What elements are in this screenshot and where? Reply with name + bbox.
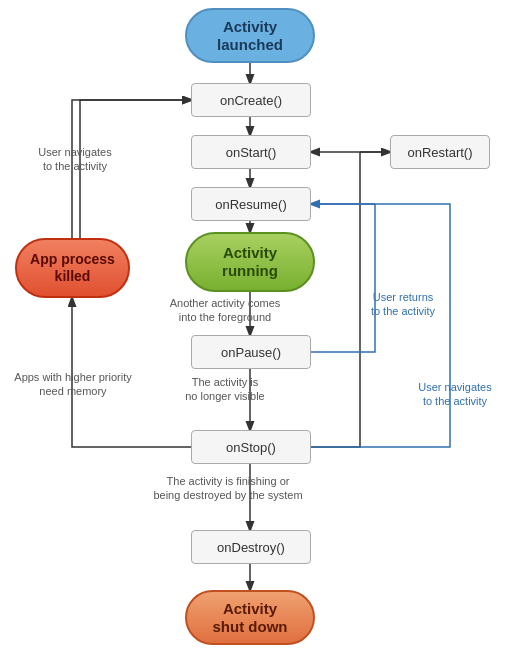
on-create-node: onCreate() <box>191 83 311 117</box>
label-user-navigates-bottom: User navigatesto the activity <box>400 380 510 409</box>
on-stop-label: onStop() <box>226 440 276 455</box>
label-apps-priority: Apps with higher priorityneed memory <box>8 370 138 399</box>
activity-shutdown-node: Activityshut down <box>185 590 315 645</box>
on-create-label: onCreate() <box>220 93 282 108</box>
activity-launched-label: Activitylaunched <box>217 18 283 54</box>
on-stop-node: onStop() <box>191 430 311 464</box>
on-restart-node: onRestart() <box>390 135 490 169</box>
on-resume-label: onResume() <box>215 197 287 212</box>
app-process-killed-node: App processkilled <box>15 238 130 298</box>
activity-shutdown-label: Activityshut down <box>213 600 288 636</box>
label-finishing: The activity is finishing orbeing destro… <box>148 474 308 503</box>
app-process-killed-label: App processkilled <box>30 251 115 285</box>
activity-launched-node: Activitylaunched <box>185 8 315 63</box>
diagram: Activitylaunched onCreate() onStart() on… <box>0 0 513 663</box>
label-user-navigates-top: User navigatesto the activity <box>25 145 125 174</box>
on-destroy-label: onDestroy() <box>217 540 285 555</box>
on-start-label: onStart() <box>226 145 277 160</box>
activity-running-label: Activityrunning <box>222 244 278 280</box>
on-restart-label: onRestart() <box>407 145 472 160</box>
on-destroy-node: onDestroy() <box>191 530 311 564</box>
label-another-activity: Another activity comesinto the foregroun… <box>160 296 290 325</box>
label-user-returns: User returnsto the activity <box>348 290 458 319</box>
activity-running-node: Activityrunning <box>185 232 315 292</box>
on-pause-node: onPause() <box>191 335 311 369</box>
on-start-node: onStart() <box>191 135 311 169</box>
label-no-longer-visible: The activity isno longer visible <box>160 375 290 404</box>
on-pause-label: onPause() <box>221 345 281 360</box>
on-resume-node: onResume() <box>191 187 311 221</box>
